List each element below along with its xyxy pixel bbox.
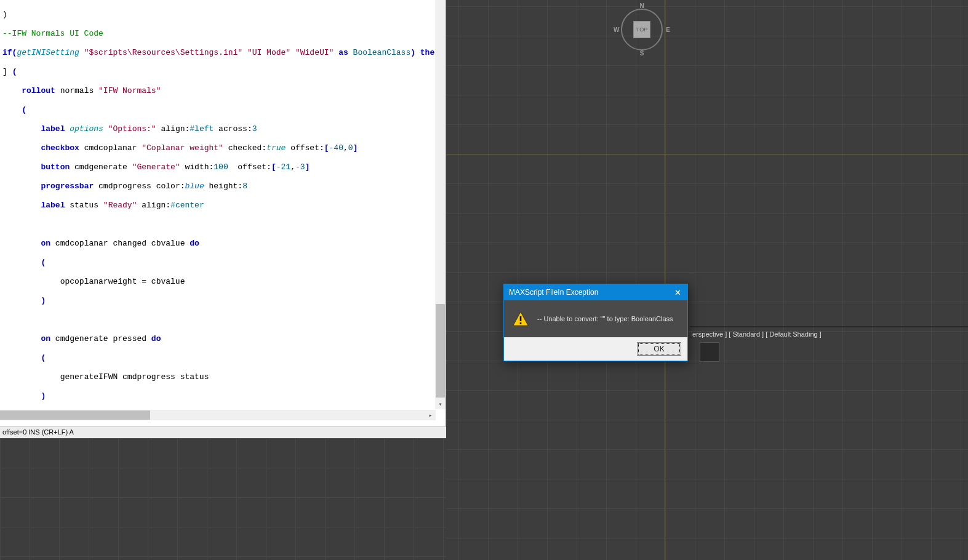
stmt: generateIFWN cmdprogress status (60, 372, 209, 382)
viewcube-top-face[interactable]: TOP (633, 21, 650, 38)
id: status (65, 201, 103, 210)
prop: checked: (223, 143, 266, 153)
prop: across: (214, 124, 252, 134)
status-text: offset=0 INS (CR+LF) A (2, 428, 74, 436)
script-editor: ) --IFW Normals UI Code if(getINISetting… (0, 0, 446, 438)
str: "Options:" (108, 124, 156, 134)
dialog-title-text: MAXScript FileIn Exception (509, 288, 598, 297)
close-button[interactable]: ✕ (668, 284, 687, 300)
num: 100 (214, 162, 228, 172)
id: cmdcoplanar (79, 143, 142, 153)
comment-line: --IFW Normals UI Code (2, 29, 103, 38)
dialog-body: -- Unable to convert: "" to type: Boolea… (504, 300, 687, 337)
num: 0 (348, 143, 353, 153)
str: "UI Mode" (247, 48, 290, 57)
kw-if: if( (2, 48, 17, 57)
str: "Ready" (103, 201, 137, 210)
kw-as: as (334, 48, 353, 57)
viewport-swatch[interactable] (700, 342, 719, 362)
code-text: ] (2, 67, 7, 76)
viewport[interactable]: N S W E TOP erspective ] [ Standard ] [ … (446, 0, 968, 560)
brace: ( (22, 105, 26, 114)
viewcube[interactable]: N S W E TOP (617, 5, 666, 54)
str: "Generate" (132, 162, 180, 172)
prop: height: (204, 182, 242, 191)
viewport-label[interactable]: erspective ] [ Standard ] [ Default Shad… (692, 330, 822, 338)
axis-x (446, 154, 968, 154)
ok-button[interactable]: OK (637, 342, 681, 356)
close-icon: ✕ (674, 288, 681, 297)
id: cmdprogress (94, 182, 156, 191)
kw-rollout: rollout (22, 86, 55, 95)
bracket: ] (353, 143, 358, 153)
id: cmdgenerate pressed (50, 334, 151, 343)
prop: offset: (286, 143, 324, 153)
dialog-message: -- Unable to convert: "" to type: Boolea… (537, 315, 673, 322)
num: -40 (329, 143, 343, 153)
prop: color: (156, 182, 185, 191)
viewport-grid (446, 0, 968, 560)
prop: align: (137, 201, 170, 210)
id: normals (55, 86, 98, 95)
num: -3 (295, 162, 305, 172)
vertical-scrollbar[interactable]: ▾ (435, 0, 446, 409)
str: "Coplanar weight" (142, 143, 223, 153)
kw-label: label (41, 124, 65, 134)
error-dialog: MAXScript FileIn Exception ✕ -- Unable t… (503, 284, 688, 361)
kw-do: do (151, 334, 161, 343)
brace: ) (41, 391, 46, 401)
cls-boolean: BooleanClass (353, 48, 411, 57)
brace: ( (41, 258, 46, 267)
num: 8 (242, 182, 247, 191)
viewcube-w[interactable]: W (614, 26, 619, 33)
prop: width: (180, 162, 214, 172)
kw-button: button (41, 162, 70, 172)
fn-getini: getINISetting (17, 48, 79, 57)
scrollbar-thumb[interactable] (0, 410, 150, 420)
brace: ( (41, 353, 46, 362)
bracket: [ (271, 162, 276, 172)
kw-on: on (41, 239, 50, 248)
str: "$scripts\Resources\Settings.ini" (84, 48, 242, 57)
axis-y (665, 0, 665, 560)
svg-rect-2 (520, 322, 522, 324)
id: cmdgenerate (70, 162, 132, 172)
prop: offset: (228, 162, 271, 172)
brace: ( (12, 67, 17, 76)
num: 3 (252, 124, 257, 134)
kw-do: do (190, 239, 199, 248)
id: cmdcoplanar changed cbvalue (50, 239, 190, 248)
warning-icon (513, 311, 529, 326)
code-area[interactable]: ) --IFW Normals UI Code if(getINISetting… (0, 0, 446, 409)
dialog-footer: OK (504, 337, 687, 361)
kw-on: on (41, 334, 50, 343)
code-text: ) (2, 10, 7, 19)
bool: true (266, 143, 286, 153)
svg-rect-1 (520, 316, 522, 321)
kw-checkbox: checkbox (41, 143, 79, 153)
enum: #center (170, 201, 204, 210)
viewcube-n[interactable]: N (639, 2, 644, 9)
bracket: [ (324, 143, 329, 153)
kw-label: label (41, 201, 65, 210)
dialog-titlebar[interactable]: MAXScript FileIn Exception ✕ (504, 284, 687, 300)
horizontal-scrollbar[interactable]: ▸ (0, 410, 436, 420)
kw-progressbar: progressbar (41, 182, 94, 191)
scroll-down-icon[interactable]: ▾ (435, 399, 446, 409)
scrollbar-thumb[interactable] (436, 304, 445, 398)
editor-status-bar: offset=0 INS (CR+LF) A (0, 426, 446, 438)
enum: #left (190, 124, 214, 134)
viewport-grid-lower (0, 438, 446, 560)
prop: align: (156, 124, 190, 134)
viewcube-e[interactable]: E (666, 26, 670, 33)
color: blue (185, 182, 204, 191)
str: "IFW Normals" (98, 86, 161, 95)
opt: options (65, 124, 108, 134)
stmt: opcoplanarweight = cbvalue (60, 277, 185, 286)
scroll-right-icon[interactable]: ▸ (425, 410, 436, 420)
brace: ) (41, 296, 46, 305)
bracket: ] (305, 162, 310, 172)
viewport-divider (690, 326, 968, 327)
viewcube-s[interactable]: S (640, 50, 644, 57)
num: -21 (276, 162, 290, 172)
